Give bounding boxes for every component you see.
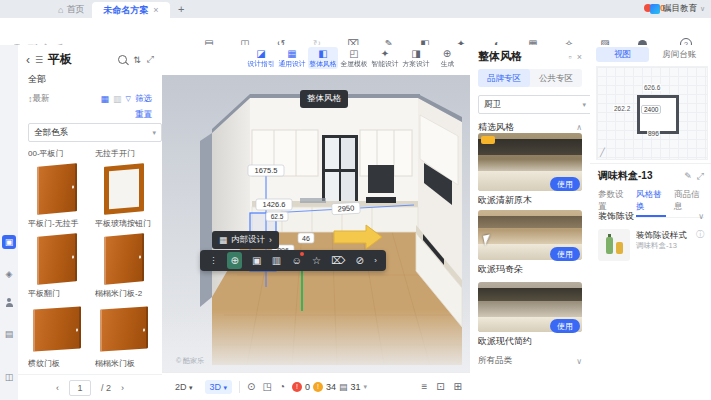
plan-design-button[interactable]: ◨方案设计 (401, 47, 431, 69)
range-hood[interactable] (368, 165, 394, 193)
viewport-3d[interactable]: ◪设计指引 ▦通用设计 ◧整体风格 ◰全屋模板 ✦智能设计 ◨方案设计 ⊕生成 … (162, 45, 470, 400)
drag-handle-icon[interactable]: ⋮ (209, 252, 217, 269)
list-item[interactable]: 平板翻门 (28, 288, 85, 358)
delete-icon[interactable]: ⌦ (331, 252, 345, 269)
plan-design-icon: ◨ (411, 48, 420, 59)
info-icon[interactable]: ⓘ (696, 229, 704, 240)
grid-view-icon[interactable]: ▦ (101, 94, 110, 104)
item-name: 平板门-无拉手 (28, 218, 85, 230)
chevron-up-icon[interactable]: ∧ (576, 123, 582, 132)
visibility-icon[interactable]: ⊙ (247, 381, 255, 392)
floorplan-room[interactable] (637, 95, 679, 134)
pin-icon[interactable]: ▫ (569, 52, 572, 62)
all-categories-row[interactable]: 所有品类 ∨ (478, 355, 582, 367)
color-filter-select[interactable]: 全部色系 ▾ (28, 123, 162, 142)
copy-icon[interactable]: ▣ (252, 252, 261, 269)
view-2d-button[interactable]: 2D ▾ (170, 380, 198, 394)
cooktop-back[interactable] (366, 197, 396, 203)
layers-icon[interactable]: ≡ (421, 381, 427, 392)
list-item[interactable]: 平板门-无拉手 (28, 218, 85, 288)
meeting-widget[interactable]: 瞩目教育 ∨ (650, 3, 705, 15)
feedback-icon[interactable]: ☺ (291, 252, 301, 269)
snapshot-icon[interactable]: ⊡ (436, 381, 444, 392)
tab-room-ledger[interactable]: 房间台账 (653, 47, 706, 62)
house-template-button[interactable]: ◰全屋模板 (339, 47, 369, 69)
next-page-icon[interactable]: › (121, 383, 124, 393)
expand-icon[interactable]: ⤢ (147, 54, 154, 65)
tab-public-zone[interactable]: 公共专区 (530, 69, 582, 87)
tab-view[interactable]: 视图 (596, 47, 649, 62)
orbit-icon[interactable]: ◔ (279, 381, 285, 392)
dim-counter: 2950 (337, 204, 354, 214)
style-card-name[interactable]: 欧派玛奇朵 (478, 263, 523, 276)
caret-down-icon: ▾ (364, 383, 368, 391)
use-style-button[interactable]: 使用 (550, 319, 580, 333)
design-guide-icon: ◪ (256, 48, 265, 59)
search-icon[interactable] (118, 55, 127, 64)
resize-handle-icon[interactable]: ╱ (600, 148, 605, 157)
mini-floorplan[interactable]: 626.6 262.2 2400 896 ╱ (596, 66, 708, 160)
style-card-name[interactable]: 欧派清新原木 (478, 194, 532, 207)
list-view-icon[interactable]: ▥ (113, 94, 122, 104)
active-plan-tab[interactable]: 未命名方案 × (92, 2, 170, 18)
category-all[interactable]: 全部 (28, 73, 46, 86)
item-name: 00-平板门 (28, 148, 85, 160)
kitchen-3d-scene[interactable]: 1675.5 1426.6 62.5 896 46 2950 845 © 酷家乐 (162, 75, 470, 372)
sort-label[interactable]: 最新 (33, 93, 50, 105)
dock-cabinet-icon[interactable]: ▣ (2, 235, 16, 249)
properties-panel: 视图 房间台账 626.6 262.2 2400 896 ╱ 调味料盒-13 ✎… (590, 45, 711, 400)
list-item[interactable]: 00-平板门 (28, 148, 85, 218)
camera-settings-icon[interactable]: ⊞ (454, 381, 462, 392)
style-card-name[interactable]: 欧派现代简约 (478, 335, 532, 348)
expand-icon[interactable]: ⤢ (697, 171, 704, 182)
new-tab-button[interactable]: + (178, 3, 184, 15)
product-row[interactable]: 装饰陈设样式 调味料盒-13 ⓘ (598, 229, 704, 261)
sink[interactable] (300, 198, 326, 203)
use-style-button[interactable]: 使用 (550, 177, 580, 191)
sliders-icon[interactable]: ⇅ (133, 55, 141, 65)
chevron-down-icon[interactable]: ∨ (700, 5, 705, 13)
filter-label[interactable]: 筛选 (135, 93, 152, 105)
dock-person-icon[interactable] (2, 295, 16, 309)
cube-view-icon[interactable]: ◳ (262, 381, 271, 392)
list-item[interactable]: 平板玻璃按钮门 (95, 218, 152, 288)
view-3d-button[interactable]: 3D ▾ (205, 380, 233, 394)
common-design-button[interactable]: ▦通用设计 (277, 47, 307, 69)
close-tab-icon[interactable]: × (153, 5, 158, 15)
hide-icon[interactable]: ⊘ (356, 252, 364, 269)
move-tool-icon[interactable]: ⊕ (227, 252, 241, 269)
edit-icon[interactable]: ✎ (684, 171, 692, 182)
list-item[interactable]: 榻榻米门板-2 (95, 288, 152, 358)
dock-appliance-icon[interactable]: ▤ (2, 327, 16, 341)
list-icon[interactable]: ☰ (35, 55, 43, 65)
item-name: 榻榻米门板 (95, 358, 152, 370)
product-thumbnail (598, 229, 630, 261)
issue-counters[interactable]: ! 0 ! 34 ▤ 31 ▾ (292, 382, 367, 392)
generate-button[interactable]: ⊕生成 (432, 47, 462, 69)
home-button[interactable]: ⌂ 首页 (58, 3, 84, 16)
close-panel-icon[interactable]: × (577, 52, 582, 62)
back-icon[interactable]: ‹ (26, 53, 30, 67)
decor-section-header[interactable]: 装饰陈设 ∨ (598, 210, 704, 223)
prev-page-icon[interactable]: ‹ (56, 383, 59, 393)
use-style-button[interactable]: 使用 (550, 247, 580, 261)
list-item[interactable]: 无拉手开门 (95, 148, 152, 218)
funnel-icon[interactable]: ▽ (126, 95, 131, 103)
dock-collapse-icon[interactable]: ◫ (2, 370, 16, 384)
page-number[interactable]: 1 (69, 380, 91, 396)
object-toolbar: ⋮ ⊕ ▣ ▥ ☺ ☆ ⌦ ⊘ › (200, 250, 386, 271)
design-guide-button[interactable]: ◪设计指引 (246, 47, 276, 69)
overall-style-button[interactable]: ◧整体风格 (308, 47, 338, 69)
category-value: 厨卫 (484, 99, 501, 111)
dock-badge-icon[interactable]: ◈ (2, 267, 16, 281)
house-template-icon: ◰ (349, 48, 358, 59)
favorite-icon[interactable]: ☆ (312, 252, 321, 269)
tab-brand-zone[interactable]: 品牌专区 (478, 69, 530, 87)
smart-design2-button[interactable]: ✦智能设计 (370, 47, 400, 69)
reset-button[interactable]: 重置 (135, 109, 152, 121)
chevron-right-icon: › (269, 235, 272, 245)
toolbar-expand-icon[interactable]: › (374, 252, 377, 269)
cabinet-columns-icon[interactable]: ▥ (272, 252, 281, 269)
category-select[interactable]: 厨卫 ▾ (478, 95, 591, 114)
internal-design-button[interactable]: ▦ 内部设计 › (212, 231, 279, 249)
